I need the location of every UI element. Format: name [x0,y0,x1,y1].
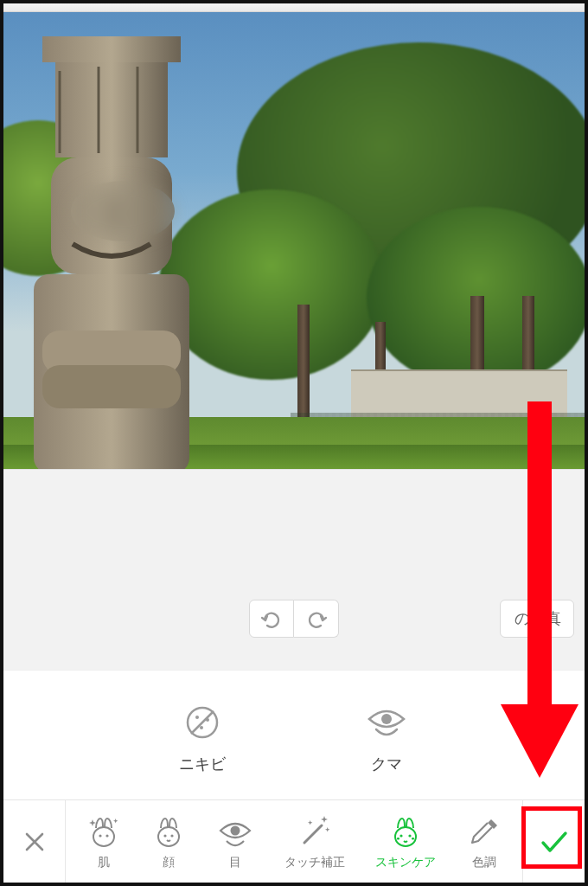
svg-rect-6 [42,365,181,408]
window-chrome [3,3,585,12]
tab-face-label: 顔 [163,855,175,870]
tab-skin-label: 肌 [98,855,110,870]
tab-tone[interactable]: 色調 [467,813,502,870]
annotation-highlight-box [521,806,582,869]
tab-eye-label: 目 [229,855,241,870]
eye-icon [217,813,253,851]
cancel-button[interactable] [3,800,66,883]
svg-point-25 [409,834,412,837]
svg-point-23 [395,827,416,846]
tool-dark-circles[interactable]: クマ [364,700,409,774]
redo-button[interactable] [294,600,339,638]
controls-bar: の写真 [3,469,585,670]
svg-point-20 [164,834,167,837]
svg-point-18 [105,834,108,837]
acne-icon [180,700,225,745]
svg-point-13 [200,726,203,729]
svg-rect-26 [397,838,399,839]
tab-skincare[interactable]: スキンケア [375,813,436,870]
compare-label: の写真 [514,608,561,629]
svg-point-16 [93,827,114,846]
photo-statue [3,19,220,469]
tab-touchup-label: タッチ補正 [284,855,345,870]
svg-point-24 [400,834,403,837]
subtool-row: ニキビ クマ [3,670,585,803]
app-frame: の写真 ニキビ [0,0,588,886]
dark-circles-icon [364,700,409,745]
wand-icon [297,813,332,851]
bunny-icon [151,813,186,851]
photo-preview[interactable] [3,12,585,469]
close-icon [22,830,47,854]
tool-acne[interactable]: ニキビ [179,700,226,774]
svg-point-22 [231,825,240,835]
category-tabs: 肌 顔 目 タッチ補正 [66,800,522,883]
undo-button[interactable] [249,600,294,638]
svg-point-17 [99,834,101,837]
svg-point-15 [381,714,392,724]
bunny-skincare-icon [388,813,423,851]
svg-rect-0 [42,36,181,62]
svg-line-14 [191,711,214,734]
tab-eye[interactable]: 目 [217,813,253,870]
tool-acne-label: ニキビ [179,754,226,774]
tab-skincare-label: スキンケア [375,855,436,870]
photo-face-blur [71,181,175,241]
bunny-sparkle-icon [86,813,121,851]
tab-skin[interactable]: 肌 [86,813,121,870]
bottom-bar: 肌 顔 目 タッチ補正 [3,799,585,883]
svg-rect-27 [412,838,414,839]
tab-face[interactable]: 顔 [151,813,186,870]
svg-point-11 [195,716,199,719]
undo-redo-group [249,600,339,638]
tab-tone-label: 色調 [472,855,496,870]
tab-touchup[interactable]: タッチ補正 [284,813,345,870]
svg-point-21 [171,834,174,837]
tool-dark-circles-label: クマ [371,754,402,774]
svg-point-19 [158,827,179,846]
eyedropper-icon [467,813,502,851]
svg-rect-1 [55,62,168,157]
compare-original-button[interactable]: の写真 [500,600,574,638]
